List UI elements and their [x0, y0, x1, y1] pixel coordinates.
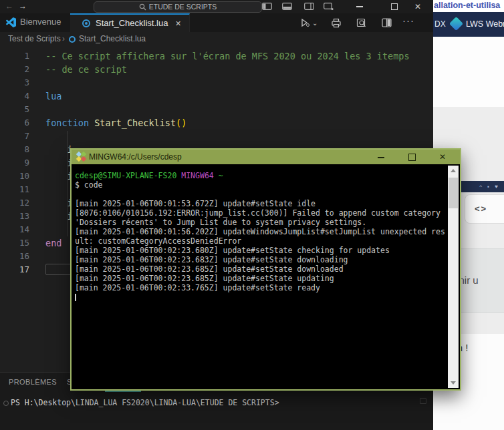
back-arrow-icon[interactable]: ←: [5, 1, 13, 11]
line-number: 9: [0, 156, 29, 170]
window-close-button[interactable]: ✕: [414, 2, 421, 11]
terminal-line: [main 2025-01-06T00:02:23.680Z] update#s…: [75, 246, 449, 255]
line-number: 7: [0, 130, 29, 143]
line-number: 5: [0, 103, 29, 116]
browser-tab-title[interactable]: allation-et-utilisa: [434, 1, 500, 10]
browser-tab-strip: allation-et-utilisa: [433, 0, 504, 12]
terminal-line: $ code: [75, 180, 449, 190]
tab-start-checklist[interactable]: Start_Checklist.lua ✕: [70, 13, 190, 33]
code-line: 2-- de ce script: [0, 63, 433, 76]
line-number: 3: [0, 76, 29, 89]
lua-file-icon: [82, 19, 90, 27]
code-line: 6fonction Start_Checklist(): [0, 116, 433, 130]
code-line: 5: [0, 103, 433, 116]
terminal-line: ult: customCategoryAccessDeniedError: [75, 236, 449, 246]
bookmark-lws-webmail[interactable]: LWS Webm: [466, 19, 504, 29]
terminal-line: [main 2025-01-06T00:02:23.685Z] update#s…: [75, 274, 449, 283]
line-number: 17: [0, 263, 29, 276]
scrollbar-up-arrow-icon[interactable]: [451, 169, 456, 172]
terminal-line: [75, 190, 449, 199]
code-line: 7: [0, 130, 433, 143]
breadcrumb-separator-icon: ›: [62, 32, 65, 45]
toggle-secondary-sidebar-icon[interactable]: [304, 3, 314, 10]
line-number: 10: [0, 170, 29, 183]
code-snippet-button[interactable]: <>: [465, 194, 504, 224]
msys-logo-icon: [76, 152, 87, 162]
run-dropdown-chevron-icon[interactable]: ⌄: [312, 19, 318, 27]
integrated-terminal-prompt[interactable]: PS H:\Desktop\LINDA_LUA FS2020\LINDA-LUA…: [11, 398, 279, 407]
terminal-line: [main 2025-01-06T00:01:56.202Z] updateWi…: [75, 227, 449, 236]
line-number: 14: [0, 223, 29, 236]
lws-logo-icon: [449, 17, 463, 31]
terminal-maximize-button[interactable]: [408, 154, 416, 161]
browser-bookmarks-bar: DX LWS Webm: [433, 12, 504, 37]
terminal-line: [main 2025-01-06T00:02:23.683Z] update#s…: [75, 255, 449, 264]
print-icon[interactable]: [331, 18, 342, 28]
code-line: 1-- Ce script affichera sur l'écran de M…: [0, 49, 433, 63]
tab-welcome-label: Bienvenue: [20, 13, 61, 31]
browser-content-white: [433, 37, 504, 107]
terminal-line: [8076:0106/010156.192:ERROR:jump_list.cc…: [75, 208, 449, 218]
line-number: 6: [0, 116, 29, 130]
breadcrumb-folder[interactable]: Test de Scripts: [8, 32, 61, 45]
terminal-titlebar[interactable]: MINGW64:/c/Users/cdesp ✕: [72, 150, 460, 164]
customize-layout-icon[interactable]: [324, 3, 334, 10]
scrollbar-thumb[interactable]: [449, 178, 458, 208]
code-line: 3: [0, 76, 433, 89]
tab-close-icon[interactable]: ✕: [175, 15, 181, 32]
toggle-panel-icon[interactable]: [282, 3, 292, 10]
breadcrumb-file[interactable]: Start_Checklist.lua: [79, 32, 146, 45]
vscode-logo-icon: [6, 17, 16, 27]
open-preview-icon[interactable]: [356, 18, 367, 28]
editor-tab-bar: Bienvenue Start_Checklist.lua ✕ ⌄ ···: [0, 13, 433, 33]
terminal-line: 'Dossiers récents' to Jump List due to s…: [75, 218, 449, 227]
code-brackets-icon: <>: [475, 204, 487, 214]
terminal-close-button[interactable]: ✕: [439, 152, 446, 162]
line-number: 1: [0, 49, 29, 63]
more-actions-icon[interactable]: ···: [402, 15, 414, 26]
terminal-line: cdesp@SIMU-XPLANE-FS20 MINGW64 ~: [75, 171, 449, 180]
line-number: 13: [0, 210, 29, 223]
command-center-search[interactable]: ETUDE DE SCRIPTS: [94, 1, 262, 13]
panel-tab-problems[interactable]: PROBLÈMES: [9, 378, 57, 386]
terminal-cursor: [75, 294, 76, 301]
terminal-scrollbar[interactable]: [448, 166, 459, 388]
line-number: 12: [0, 196, 29, 210]
lua-file-icon-small: [69, 36, 76, 43]
search-icon: [139, 3, 146, 11]
mingw64-terminal-window[interactable]: MINGW64:/c/Users/cdesp ✕ cdesp@SIMU-XPLA…: [70, 148, 461, 391]
terminal-minimize-button[interactable]: [378, 157, 384, 158]
line-number: 15: [0, 236, 29, 250]
terminal-prompt-dot-icon: [3, 401, 9, 406]
split-editor-icon[interactable]: [382, 18, 392, 27]
terminal-line: [main 2025-01-06T00:02:33.765Z] update#s…: [75, 283, 449, 292]
line-number: 16: [0, 250, 29, 263]
window-minimize-button[interactable]: [356, 6, 363, 7]
tab-active-label: Start_Checklist.lua: [96, 15, 168, 32]
terminal-output[interactable]: cdesp@SIMU-XPLANE-FS20 MINGW64 ~$ code […: [75, 171, 449, 302]
terminal-title: MINGW64:/c/Users/cdesp: [89, 152, 182, 162]
run-or-debug-icon[interactable]: [300, 18, 311, 27]
window-maximize-button[interactable]: [391, 3, 398, 10]
toggle-sidebar-icon[interactable]: [262, 3, 272, 10]
line-number: 11: [0, 183, 29, 196]
forward-arrow-icon[interactable]: →: [19, 1, 27, 11]
scrollbar-down-arrow-icon[interactable]: [451, 381, 456, 385]
line-number: 8: [0, 143, 29, 156]
tab-welcome[interactable]: Bienvenue: [0, 13, 71, 32]
terminal-line: [75, 292, 449, 302]
panel-decoration-icon: [420, 398, 426, 404]
terminal-line: [main 2025-01-06T00:01:53.672Z] update#s…: [75, 199, 449, 208]
search-value: ETUDE DE SCRIPTS: [149, 3, 217, 11]
bookmark-dx[interactable]: DX: [434, 19, 446, 29]
line-number: 2: [0, 63, 29, 76]
vscode-titlebar: ← → ETUDE DE SCRIPTS ✕: [0, 0, 433, 13]
code-line: 4lua: [0, 89, 433, 103]
indent-guide: [67, 131, 68, 236]
breadcrumb: Test de Scripts › Start_Checklist.lua: [0, 32, 433, 45]
terminal-line: [main 2025-01-06T00:02:23.685Z] update#s…: [75, 264, 449, 274]
line-number: 4: [0, 89, 29, 103]
